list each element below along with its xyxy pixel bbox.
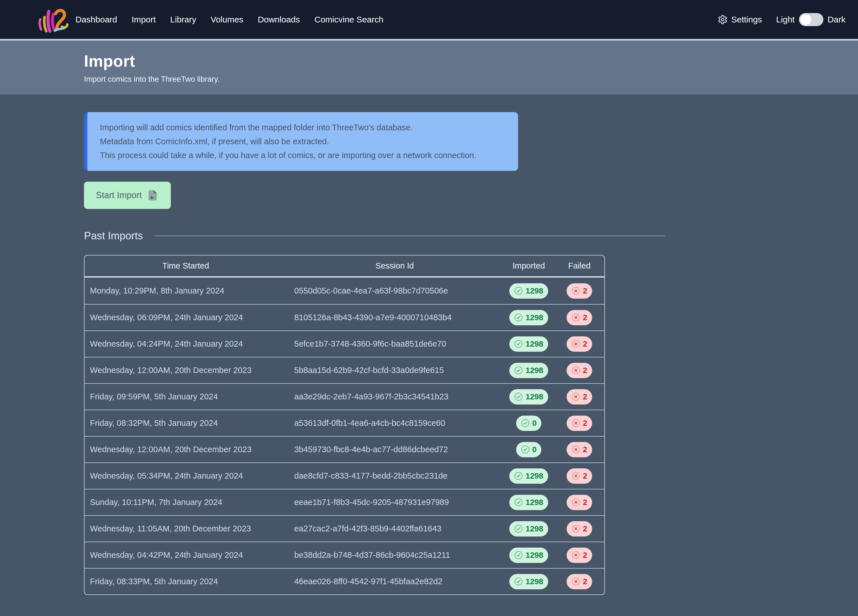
time-started-cell: Wednesday, 04:42PM, 24th January 2024 (85, 551, 287, 560)
nav-links: DashboardImportLibraryVolumesDownloadsCo… (76, 15, 383, 25)
check-circle-icon (514, 577, 523, 586)
nav-item-downloads[interactable]: Downloads (258, 15, 300, 25)
failed-count: 2 (583, 524, 587, 534)
failed-badge: 2 (567, 495, 592, 510)
imported-count: 0 (532, 445, 537, 454)
imported-badge: 1298 (509, 363, 548, 378)
time-started-cell: Monday, 10:29PM, 8th January 2024 (85, 286, 287, 296)
imported-count: 1298 (525, 551, 543, 560)
check-circle-icon (514, 339, 523, 348)
failed-count: 2 (583, 366, 587, 375)
table-row: Wednesday, 06:09PM, 24th January 2024810… (85, 304, 605, 330)
imported-count: 1298 (525, 577, 543, 586)
imported-badge: 0 (516, 415, 542, 431)
column-header-time-started: Time Started (85, 261, 287, 271)
x-circle-icon (571, 339, 580, 348)
imported-badge: 1298 (509, 574, 548, 589)
settings-button[interactable]: Settings (718, 14, 762, 25)
table-row: Wednesday, 11:05AM, 20th December 2023ea… (85, 515, 605, 541)
time-started-cell: Wednesday, 06:09PM, 24th January 2024 (85, 313, 287, 322)
failed-count: 2 (583, 577, 587, 586)
failed-count: 2 (583, 313, 587, 322)
imported-badge: 1298 (509, 521, 548, 537)
nav-item-library[interactable]: Library (170, 15, 196, 25)
nav-item-comicvine-search[interactable]: Comicvine Search (314, 15, 383, 25)
imported-badge: 1298 (509, 336, 548, 352)
info-line: This process could take a while, if you … (100, 148, 505, 162)
info-line: Importing will add comics identified fro… (100, 121, 505, 135)
info-line: Metadata from ComicInfo.xml, if present,… (100, 135, 505, 148)
imported-badge: 1298 (509, 310, 548, 325)
past-imports-title: Past Imports (84, 230, 143, 242)
dark-label: Dark (828, 15, 846, 25)
failed-count: 2 (583, 339, 587, 348)
failed-badge: 2 (567, 389, 592, 404)
failed-badge: 2 (567, 415, 592, 431)
nav-item-volumes[interactable]: Volumes (211, 15, 244, 25)
gear-icon (718, 14, 728, 25)
session-id-cell: 3b459730-fbc8-4e4b-ac77-dd86dcbeed72 (287, 445, 502, 454)
x-circle-icon (571, 577, 580, 586)
session-id-cell: 5efce1b7-3748-4360-9f6c-baa851de6e70 (287, 339, 502, 348)
session-id-cell: 0550d05c-0cae-4ea7-a63f-98bc7d70506e (287, 286, 502, 296)
page-subtitle: Import comics into the ThreeTwo library. (84, 75, 858, 84)
time-started-cell: Sunday, 10:11PM, 7th January 2024 (85, 498, 287, 507)
x-circle-icon (571, 471, 580, 480)
time-started-cell: Wednesday, 12:00AM, 20th December 2023 (85, 445, 287, 454)
theme-toggle[interactable] (799, 13, 823, 26)
file-import-icon (146, 189, 159, 202)
failed-count: 2 (583, 498, 587, 507)
check-circle-icon (514, 498, 523, 507)
session-id-cell: a53613df-0fb1-4ea6-a4cb-bc4c8159ce60 (287, 418, 502, 428)
start-import-button[interactable]: Start Import (84, 182, 171, 209)
toggle-knob (800, 14, 811, 25)
threetwo-logo-icon[interactable] (37, 6, 69, 34)
time-started-cell: Friday, 09:59PM, 5th January 2024 (85, 392, 287, 401)
time-started-cell: Friday, 08:33PM, 5th January 2024 (85, 577, 287, 586)
x-circle-icon (571, 524, 580, 533)
table-row: Wednesday, 04:24PM, 24th January 20245ef… (85, 330, 605, 357)
check-circle-icon (514, 524, 523, 533)
x-circle-icon (571, 419, 580, 428)
x-circle-icon (571, 445, 580, 454)
failed-badge: 2 (567, 363, 592, 378)
imported-badge: 1298 (509, 495, 548, 510)
session-id-cell: 8105126a-8b43-4390-a7e9-4000710483b4 (287, 313, 502, 322)
failed-badge: 2 (567, 336, 592, 352)
imported-count: 1298 (525, 498, 543, 507)
light-label: Light (776, 15, 795, 25)
x-circle-icon (571, 313, 580, 322)
session-id-cell: be38dd2a-b748-4d37-86cb-9604c25a1211 (287, 551, 502, 560)
session-id-cell: eeae1b71-f8b3-45dc-9205-487931e97989 (287, 498, 502, 507)
imported-count: 1298 (525, 524, 543, 534)
session-id-cell: dae8cfd7-c833-4177-bedd-2bb5cbc231de (287, 471, 502, 481)
table-row: Friday, 08:33PM, 5th January 202446eae02… (85, 568, 605, 594)
x-circle-icon (571, 498, 580, 507)
imported-count: 1298 (525, 366, 543, 375)
table-row: Wednesday, 05:34PM, 24th January 2024dae… (85, 462, 605, 489)
failed-count: 2 (583, 392, 587, 401)
session-id-cell: aa3e29dc-2eb7-4a93-967f-2b3c34541b23 (287, 392, 502, 401)
nav-item-dashboard[interactable]: Dashboard (76, 15, 117, 25)
imported-badge: 1298 (509, 548, 548, 563)
table-body: Monday, 10:29PM, 8th January 20240550d05… (85, 278, 605, 594)
failed-badge: 2 (567, 468, 592, 484)
time-started-cell: Wednesday, 12:00AM, 20th December 2023 (85, 366, 287, 375)
check-circle-icon (514, 366, 523, 375)
session-id-cell: 46eae026-8ff0-4542-97f1-45bfaa2e82d2 (287, 577, 502, 586)
imported-count: 1298 (525, 471, 543, 481)
column-header-failed: Failed (555, 261, 604, 271)
nav-item-import[interactable]: Import (132, 15, 156, 25)
table-row: Sunday, 10:11PM, 7th January 2024eeae1b7… (85, 489, 605, 515)
settings-label: Settings (731, 15, 762, 25)
table-row: Friday, 08:32PM, 5th January 2024a53613d… (85, 410, 605, 436)
imported-count: 1298 (525, 392, 543, 401)
failed-count: 2 (583, 445, 587, 454)
start-import-label: Start Import (96, 190, 142, 201)
imported-badge: 1298 (509, 468, 548, 484)
time-started-cell: Wednesday, 11:05AM, 20th December 2023 (85, 524, 287, 534)
table-header-row: Time Started Session Id Imported Failed (85, 255, 605, 278)
section-divider (155, 236, 665, 236)
page-title: Import (84, 52, 858, 70)
check-circle-icon (514, 286, 523, 295)
